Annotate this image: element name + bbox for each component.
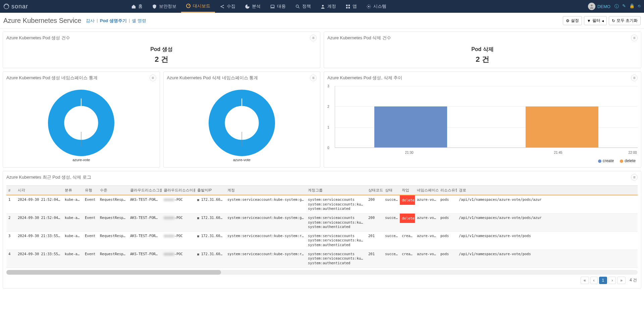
nav-label: 대시보드 (193, 3, 210, 9)
panel-menu-icon[interactable]: ≡ (631, 75, 638, 81)
col-header[interactable]: 네임스페이스 (415, 186, 438, 195)
col-header[interactable]: 수준 (98, 186, 128, 195)
table-row[interactable]: 22024-09-30 21:52:04+0900kube-auditEvent… (6, 213, 638, 231)
nav-user[interactable]: 계정 (316, 0, 341, 13)
log-table: #시각분류유형수준클라우드리소스그룹클라우드리소스이름출발지IP계정계정그룹상태… (6, 185, 638, 268)
reset-button[interactable]: ↻모두 초기화 (609, 16, 641, 25)
nav-gear[interactable]: 시스템 (362, 0, 391, 13)
main-nav: 홈보안정보대시보드수집분석대응정책계정앱시스템 (126, 0, 391, 13)
col-header[interactable]: 계정그룹 (306, 186, 366, 195)
svg-rect-11 (348, 7, 350, 8)
nav-laptop[interactable]: 대응 (265, 0, 290, 13)
svg-point-7 (322, 5, 324, 6)
nav-share[interactable]: 수집 (215, 0, 240, 13)
col-header[interactable]: 경로 (457, 186, 638, 195)
share-icon (220, 4, 225, 9)
nav-pie[interactable]: 분석 (240, 0, 265, 13)
col-header[interactable]: 리소스유형 (438, 186, 457, 195)
donut-slice-label: azure-vote (233, 158, 251, 162)
nav-search[interactable]: 정책 (290, 0, 316, 13)
panel-menu-icon[interactable]: ≡ (310, 75, 317, 81)
svg-point-13 (591, 5, 592, 6)
col-header[interactable]: 분류 (63, 186, 83, 195)
col-header[interactable]: 클라우드리소스이름 (162, 186, 195, 195)
panel-create-ns-donut: Azure Kubernetes Pod 생성 네임스페이스 통계≡ azure… (3, 72, 160, 168)
svg-rect-8 (346, 4, 347, 6)
pager-first[interactable]: « (581, 277, 589, 284)
svg-rect-9 (348, 4, 350, 6)
panel-title: Azure Kubernetes Pod 생성 네임스페이스 통계 (6, 75, 98, 81)
svg-rect-5 (271, 5, 274, 7)
nav-dashboard[interactable]: 대시보드 (181, 0, 215, 13)
col-header[interactable]: 작업 (400, 186, 415, 195)
svg-point-12 (368, 6, 370, 7)
scrollbar-thumb[interactable] (6, 270, 221, 275)
panel-title: Azure Kubernetes Pod 삭제 건수 (327, 35, 391, 41)
col-header[interactable]: 시각 (16, 186, 63, 195)
panel-menu-icon[interactable]: ≡ (631, 35, 638, 41)
col-header[interactable]: 클라우드리소스그룹 (128, 186, 162, 195)
table-row[interactable]: 32024-09-30 21:33:55+0900kube-auditEvent… (6, 231, 638, 249)
lock-icon[interactable]: 🔒 (629, 3, 635, 9)
svg-point-3 (223, 5, 224, 6)
home-icon (131, 4, 136, 9)
filter-button[interactable]: ▼필터◂ (584, 16, 607, 25)
pager-last[interactable]: » (617, 277, 626, 284)
tab-1[interactable]: Pod 생명주기 (100, 18, 127, 24)
nav-shield[interactable]: 보안정보 (147, 0, 181, 13)
pager-prev[interactable]: ‹ (590, 277, 598, 284)
tab-0[interactable]: 감사 (86, 18, 95, 24)
dashboard-grid: Azure Kubernetes Pod 생성 건수≡ Pod 생성 2 건 A… (0, 29, 644, 291)
gear-icon: ⚙ (566, 18, 570, 23)
col-header[interactable]: 유형 (83, 186, 98, 195)
col-header[interactable]: 상태코드 (366, 186, 383, 195)
nav-label: 수집 (227, 3, 235, 9)
info-icon[interactable]: ⓘ (614, 3, 619, 9)
table-row[interactable]: 42024-09-30 21:33:55+0900kube-auditEvent… (6, 249, 638, 268)
donut-slice-label: azure-vote (72, 158, 90, 162)
bar-delete (526, 106, 598, 147)
horizontal-scrollbar[interactable] (6, 270, 638, 275)
svg-point-2 (221, 6, 222, 7)
filter-icon: ▼ (587, 18, 591, 23)
col-header[interactable]: # (6, 186, 16, 195)
pagination: « ‹ 1 › » 4 건 (6, 275, 638, 285)
panel-menu-icon[interactable]: ≡ (631, 174, 638, 181)
page-subheader: Azure Kubernetes Service 감사|Pod 생명주기|셸 명… (0, 13, 644, 29)
logout-icon[interactable]: ⎋ (638, 3, 641, 9)
table-scroll-region[interactable]: #시각분류유형수준클라우드리소스그룹클라우드리소스이름출발지IP계정계정그룹상태… (6, 185, 638, 268)
col-header[interactable]: 출발지IP (195, 186, 225, 195)
user-name: DEMO (597, 4, 610, 9)
col-header[interactable]: 계정 (225, 186, 306, 195)
nav-label: 계정 (327, 3, 336, 9)
nav-home[interactable]: 홈 (126, 0, 147, 13)
svg-point-4 (223, 7, 224, 8)
panel-menu-icon[interactable]: ≡ (150, 75, 156, 81)
stat-label: Pod 생성 (6, 46, 317, 53)
col-header[interactable]: 상태 (383, 186, 400, 195)
trend-bar-chart: 012321:3021:4522:00createdelete (327, 86, 638, 163)
settings-button[interactable]: ⚙설정 (563, 16, 582, 25)
chevron-left-icon: ◂ (602, 18, 604, 23)
panel-menu-icon[interactable]: ≡ (310, 35, 317, 41)
panel-delete-ns-donut: Azure Kubernetes Pod 삭제 네임스페이스 통계≡ azure… (163, 72, 321, 168)
grid-icon (345, 4, 351, 9)
pager-next[interactable]: › (608, 277, 616, 284)
table-header-row: #시각분류유형수준클라우드리소스그룹클라우드리소스이름출발지IP계정계정그룹상태… (6, 186, 638, 195)
current-user[interactable]: DEMO (588, 3, 610, 10)
nav-label: 정책 (302, 3, 311, 9)
stat-label: Pod 삭제 (327, 46, 638, 53)
pager-total: 4 건 (630, 277, 637, 283)
brand-logo[interactable]: sonar (3, 3, 28, 10)
nav-label: 대응 (277, 3, 286, 9)
avatar-icon (588, 3, 595, 10)
panel-title: Azure Kubernetes Pod 생성 건수 (6, 35, 70, 41)
panel-title: Azure Kubernetes 최근 Pod 생성, 삭제 로그 (6, 174, 91, 180)
tab-2[interactable]: 셸 명령 (132, 18, 146, 24)
key-icon[interactable]: ✎ (622, 3, 626, 9)
table-row[interactable]: 12024-09-30 21:52:04+0900kube-auditEvent… (6, 195, 638, 213)
nav-grid[interactable]: 앱 (341, 0, 362, 13)
laptop-icon (270, 4, 275, 9)
table-body: 12024-09-30 21:52:04+0900kube-auditEvent… (6, 195, 638, 268)
pager-page-1[interactable]: 1 (599, 277, 607, 284)
